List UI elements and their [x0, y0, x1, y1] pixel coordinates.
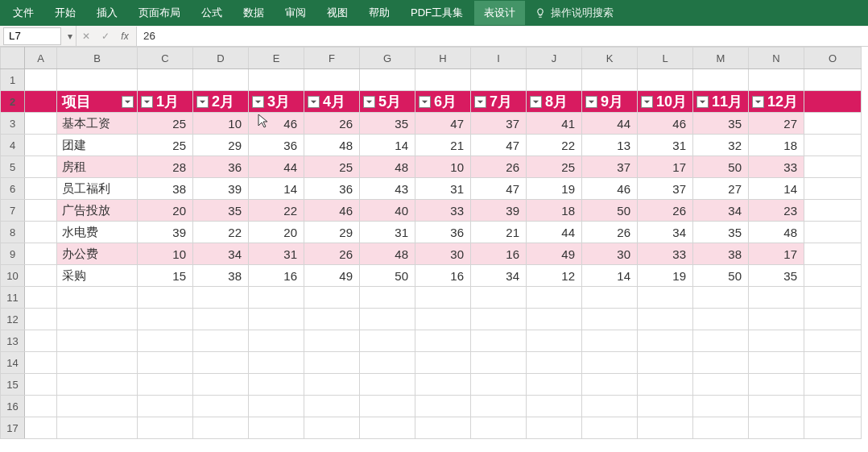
cell-I6[interactable]: 47 — [471, 178, 527, 200]
cell-A16[interactable] — [25, 396, 57, 417]
cell-I16[interactable] — [471, 396, 527, 417]
row-header-14[interactable]: 14 — [1, 352, 25, 374]
cell-A3[interactable] — [25, 113, 57, 135]
cell-G3[interactable]: 35 — [360, 113, 415, 135]
cell-I1[interactable] — [471, 69, 527, 91]
cell-J1[interactable] — [527, 69, 582, 91]
col-header-F[interactable]: F — [304, 48, 360, 69]
filter-dropdown-icon[interactable] — [419, 96, 431, 108]
cell-G9[interactable]: 48 — [360, 243, 415, 265]
cell-C8[interactable]: 39 — [138, 222, 193, 243]
cell-M1[interactable] — [693, 69, 749, 91]
cell-A7[interactable] — [25, 200, 57, 222]
cell-O8[interactable] — [804, 222, 862, 243]
cell-I9[interactable]: 16 — [471, 243, 527, 265]
cell-L17[interactable] — [638, 417, 693, 439]
cell-J8[interactable]: 44 — [527, 222, 582, 243]
cell-N5[interactable]: 33 — [749, 156, 804, 178]
cell-N2[interactable]: 12月 — [749, 91, 804, 113]
ribbon-tab-6[interactable]: 审阅 — [275, 1, 316, 25]
cell-G15[interactable] — [360, 374, 415, 396]
row-header-11[interactable]: 11 — [1, 287, 25, 309]
cell-H3[interactable]: 47 — [415, 113, 471, 135]
cell-F9[interactable]: 26 — [304, 243, 360, 265]
select-all-corner[interactable] — [1, 48, 25, 69]
cell-C14[interactable] — [138, 352, 193, 374]
cell-D17[interactable] — [193, 417, 249, 439]
cell-G4[interactable]: 14 — [360, 135, 415, 156]
cell-D5[interactable]: 36 — [193, 156, 249, 178]
row-header-4[interactable]: 4 — [1, 135, 25, 156]
cell-D3[interactable]: 10 — [193, 113, 249, 135]
cell-L3[interactable]: 46 — [638, 113, 693, 135]
cell-M6[interactable]: 27 — [693, 178, 749, 200]
cell-I5[interactable]: 26 — [471, 156, 527, 178]
row-header-12[interactable]: 12 — [1, 309, 25, 330]
cell-N13[interactable] — [749, 330, 804, 352]
cell-F13[interactable] — [304, 330, 360, 352]
cell-F14[interactable] — [304, 352, 360, 374]
cell-C4[interactable]: 25 — [138, 135, 193, 156]
cell-C15[interactable] — [138, 374, 193, 396]
cell-F17[interactable] — [304, 417, 360, 439]
row-header-10[interactable]: 10 — [1, 265, 25, 287]
cell-M2[interactable]: 11月 — [693, 91, 749, 113]
cell-O12[interactable] — [804, 309, 862, 330]
row-header-8[interactable]: 8 — [1, 222, 25, 243]
cell-D6[interactable]: 39 — [193, 178, 249, 200]
cell-L7[interactable]: 26 — [638, 200, 693, 222]
cell-E10[interactable]: 16 — [249, 265, 304, 287]
cell-C10[interactable]: 15 — [138, 265, 193, 287]
cell-B12[interactable] — [57, 309, 138, 330]
cell-N10[interactable]: 35 — [749, 265, 804, 287]
cell-K17[interactable] — [582, 417, 638, 439]
cell-J13[interactable] — [527, 330, 582, 352]
cell-L1[interactable] — [638, 69, 693, 91]
cell-G10[interactable]: 50 — [360, 265, 415, 287]
cell-D9[interactable]: 34 — [193, 243, 249, 265]
cell-K8[interactable]: 26 — [582, 222, 638, 243]
cell-E6[interactable]: 14 — [249, 178, 304, 200]
cell-E15[interactable] — [249, 374, 304, 396]
sheet-area[interactable]: ABCDEFGHIJKLMNO12项目1月2月3月4月5月6月7月8月9月10月… — [0, 47, 868, 439]
cell-A10[interactable] — [25, 265, 57, 287]
cell-D2[interactable]: 2月 — [193, 91, 249, 113]
cell-M3[interactable]: 35 — [693, 113, 749, 135]
cell-I15[interactable] — [471, 374, 527, 396]
cell-I8[interactable]: 21 — [471, 222, 527, 243]
name-box-dropdown[interactable]: ▾ — [64, 31, 76, 42]
filter-dropdown-icon[interactable] — [308, 96, 320, 108]
cell-O9[interactable] — [804, 243, 862, 265]
cell-H17[interactable] — [415, 417, 471, 439]
cell-D11[interactable] — [193, 287, 249, 309]
cell-M10[interactable]: 50 — [693, 265, 749, 287]
col-header-H[interactable]: H — [415, 48, 471, 69]
cell-E1[interactable] — [249, 69, 304, 91]
cell-C6[interactable]: 38 — [138, 178, 193, 200]
cell-N1[interactable] — [749, 69, 804, 91]
cancel-button[interactable]: ✕ — [76, 31, 96, 42]
cell-I14[interactable] — [471, 352, 527, 374]
cell-M13[interactable] — [693, 330, 749, 352]
cell-N9[interactable]: 17 — [749, 243, 804, 265]
cell-F11[interactable] — [304, 287, 360, 309]
cell-F3[interactable]: 26 — [304, 113, 360, 135]
cell-L11[interactable] — [638, 287, 693, 309]
cell-N17[interactable] — [749, 417, 804, 439]
cell-K13[interactable] — [582, 330, 638, 352]
cell-B1[interactable] — [57, 69, 138, 91]
cell-K4[interactable]: 13 — [582, 135, 638, 156]
cell-L12[interactable] — [638, 309, 693, 330]
cell-E7[interactable]: 22 — [249, 200, 304, 222]
cell-K14[interactable] — [582, 352, 638, 374]
ribbon-tab-4[interactable]: 公式 — [192, 1, 232, 25]
cell-L5[interactable]: 17 — [638, 156, 693, 178]
cell-L8[interactable]: 34 — [638, 222, 693, 243]
cell-J7[interactable]: 18 — [527, 200, 582, 222]
col-header-M[interactable]: M — [693, 48, 749, 69]
cell-J17[interactable] — [527, 417, 582, 439]
cell-A1[interactable] — [25, 69, 57, 91]
cell-M15[interactable] — [693, 374, 749, 396]
cell-A6[interactable] — [25, 178, 57, 200]
cell-H4[interactable]: 21 — [415, 135, 471, 156]
